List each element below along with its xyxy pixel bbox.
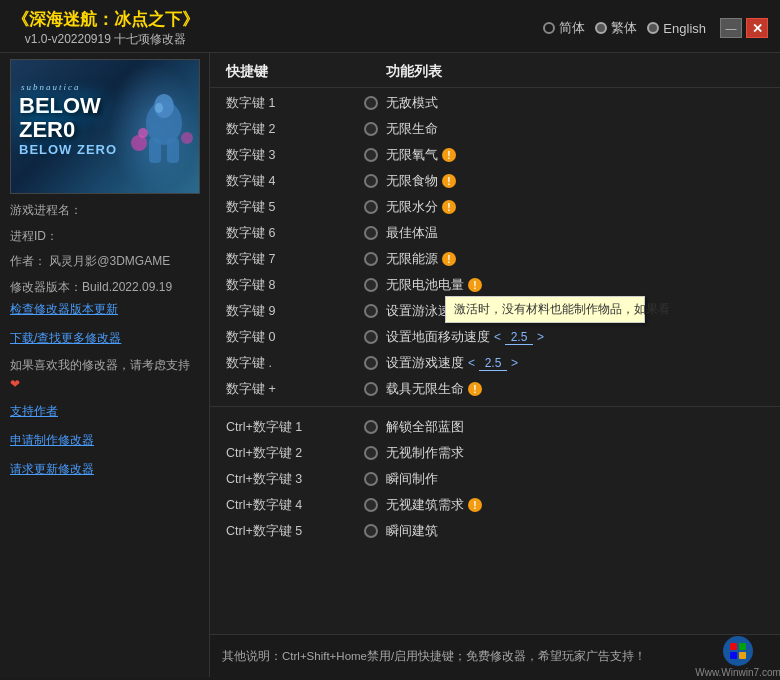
row-key: 数字键 3 [226, 147, 356, 164]
toggle-circle[interactable] [364, 96, 378, 110]
row-key: 数字键 4 [226, 173, 356, 190]
speed-decrease[interactable]: < [468, 356, 475, 370]
toggle-circle[interactable] [364, 200, 378, 214]
simplified-label: 简体 [559, 19, 585, 37]
row-toggle[interactable] [356, 382, 386, 396]
row-key: Ctrl+数字键 5 [226, 523, 356, 540]
author-label: 作者： 风灵月影@3DMGAME [10, 251, 199, 273]
row-key: 数字键 7 [226, 251, 356, 268]
toggle-circle[interactable] [364, 330, 378, 344]
title-right-section: 简体 繁体 English — ✕ [543, 18, 768, 38]
request-update-link[interactable]: 请求更新修改器 [10, 458, 199, 481]
warn-icon: ! [442, 252, 456, 266]
svg-rect-3 [167, 138, 179, 163]
warn-icon: ! [442, 148, 456, 162]
row-toggle[interactable] [356, 498, 386, 512]
close-button[interactable]: ✕ [746, 18, 768, 38]
row-toggle[interactable] [356, 226, 386, 240]
row-toggle[interactable] [356, 304, 386, 318]
row-key: Ctrl+数字键 2 [226, 445, 356, 462]
tooltip: 激活时，没有材料也能制作物品，如果看 [445, 296, 645, 323]
minimize-button[interactable]: — [720, 18, 742, 38]
speed-increase[interactable]: > [511, 356, 518, 370]
toggle-circle[interactable] [364, 446, 378, 460]
footer: 其他说明：Ctrl+Shift+Home禁用/启用快捷键；免费修改器，希望玩家广… [210, 634, 780, 677]
row-toggle[interactable] [356, 122, 386, 136]
row-toggle[interactable] [356, 278, 386, 292]
row-key: Ctrl+数字键 1 [226, 419, 356, 436]
row-toggle[interactable] [356, 446, 386, 460]
svg-rect-11 [730, 652, 737, 659]
speed-decrease[interactable]: < [494, 330, 501, 344]
lang-simplified[interactable]: 简体 [543, 19, 585, 37]
row-toggle[interactable] [356, 472, 386, 486]
lang-english[interactable]: English [647, 21, 706, 36]
toggle-circle[interactable] [364, 174, 378, 188]
table-row: 数字键 7 无限能源 ! [210, 246, 780, 272]
table-body: 数字键 1 无敌模式 数字键 2 无限生命 数字键 3 无限氧气 ! 数字键 4… [210, 88, 780, 634]
toggle-circle[interactable] [364, 304, 378, 318]
table-row: 数字键 + 载具无限生命 ! [210, 376, 780, 402]
row-func: 无视建筑需求 ! [386, 497, 764, 514]
toggle-circle[interactable] [364, 226, 378, 240]
toggle-circle[interactable] [364, 252, 378, 266]
row-toggle[interactable] [356, 96, 386, 110]
table-row: 数字键 . 设置游戏速度 < 2.5 > [210, 350, 780, 376]
process-id-label: 进程ID： [10, 226, 199, 248]
app-title: 《深海迷航：冰点之下》 [12, 8, 199, 31]
table-row: Ctrl+数字键 2 无视制作需求 [210, 440, 780, 466]
row-toggle[interactable] [356, 524, 386, 538]
toggle-circle[interactable] [364, 122, 378, 136]
row-key: Ctrl+数字键 4 [226, 497, 356, 514]
row-key: Ctrl+数字键 3 [226, 471, 356, 488]
toggle-circle[interactable] [364, 420, 378, 434]
row-func: 设置游戏速度 < 2.5 > [386, 355, 764, 372]
row-toggle[interactable] [356, 174, 386, 188]
row-func: 无限能源 ! [386, 251, 764, 268]
warn-icon: ! [442, 200, 456, 214]
row-func: 载具无限生命 ! [386, 381, 764, 398]
info-block: 游戏进程名： 进程ID： 作者： 风灵月影@3DMGAME 修改器版本：Buil… [10, 200, 199, 321]
svg-rect-10 [739, 643, 746, 650]
row-toggle[interactable] [356, 200, 386, 214]
toggle-circle[interactable] [364, 524, 378, 538]
commission-link[interactable]: 申请制作修改器 [10, 429, 199, 452]
footer-site: Www.Winwin7.com [695, 667, 780, 678]
download-link[interactable]: 下载/查找更多修改器 [10, 327, 199, 350]
warn-icon: ! [442, 174, 456, 188]
row-key: 数字键 2 [226, 121, 356, 138]
row-toggle[interactable] [356, 148, 386, 162]
tooltip-text: 激活时，没有材料也能制作物品，如果看 [454, 302, 670, 316]
warn-icon: ! [468, 382, 482, 396]
toggle-circle[interactable] [364, 472, 378, 486]
row-toggle[interactable] [356, 420, 386, 434]
speed-control: < 2.5 > [494, 330, 544, 345]
svg-rect-2 [149, 138, 161, 163]
win7-logo-icon [722, 635, 754, 667]
svg-point-8 [723, 636, 753, 666]
row-key: 数字键 6 [226, 225, 356, 242]
svg-rect-12 [739, 652, 746, 659]
author-key: 作者： [10, 254, 46, 268]
traditional-label: 繁体 [611, 19, 637, 37]
row-toggle[interactable] [356, 330, 386, 344]
toggle-circle[interactable] [364, 498, 378, 512]
language-group: 简体 繁体 English [543, 19, 706, 37]
svg-point-6 [181, 132, 193, 144]
table-row: 数字键 6 最佳体温 [210, 220, 780, 246]
table-row: Ctrl+数字键 3 瞬间制作 [210, 466, 780, 492]
toggle-circle[interactable] [364, 148, 378, 162]
svg-point-7 [155, 103, 163, 113]
support-author-link[interactable]: 支持作者 [10, 400, 199, 423]
row-toggle[interactable] [356, 252, 386, 266]
lang-traditional[interactable]: 繁体 [595, 19, 637, 37]
cover-sub-title: subnautica [21, 82, 81, 92]
toggle-circle[interactable] [364, 278, 378, 292]
row-func: 无视制作需求 [386, 445, 764, 462]
speed-increase[interactable]: > [537, 330, 544, 344]
toggle-circle[interactable] [364, 382, 378, 396]
toggle-circle[interactable] [364, 356, 378, 370]
check-update-link[interactable]: 检查修改器版本更新 [10, 298, 199, 321]
version-label: 修改器版本：Build.2022.09.19 [10, 277, 199, 299]
row-toggle[interactable] [356, 356, 386, 370]
